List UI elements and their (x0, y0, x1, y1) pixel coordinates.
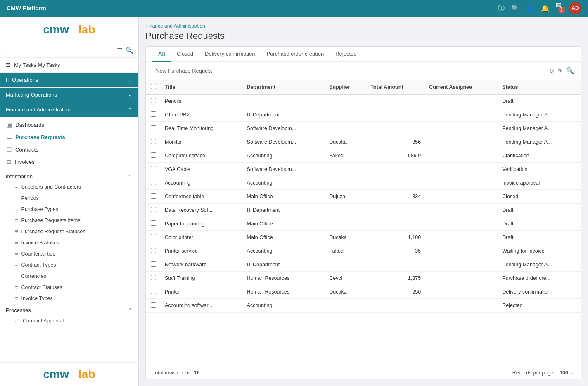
cell-assignee-0 (425, 95, 498, 108)
table-row[interactable]: Computer service Accounting Fakod 589.9 … (146, 149, 581, 163)
cell-status-1: Pending Manager A... (498, 108, 581, 122)
nav-group-mkt-ops-header[interactable]: Marketing Operations ⌄ (0, 88, 138, 102)
row-checkbox-11[interactable] (151, 248, 156, 253)
sidebar-back-icon[interactable]: ← (5, 47, 11, 54)
nav-group-it-ops: IT Operations ⌄ (0, 73, 138, 88)
cell-title-14: Printer (161, 285, 243, 299)
nav-item-purchase-requests[interactable]: ☰ Purchase Requests (0, 131, 138, 143)
cell-title-10: Color printer (161, 231, 243, 244)
cell-status-5: Verification (498, 163, 581, 176)
cell-supplier-7: Dujuza (325, 190, 366, 204)
table-row[interactable]: Pencils Draft (146, 95, 581, 108)
table-row[interactable]: Printer Human Resources Ducaka 250 Deliv… (146, 285, 581, 299)
users-icon[interactable]: 👤 (526, 5, 534, 12)
cell-assignee-10 (425, 231, 498, 244)
row-checkbox-14[interactable] (151, 289, 156, 294)
row-checkbox-10[interactable] (151, 234, 156, 239)
edit-icon[interactable]: ✎ (557, 67, 563, 75)
cell-department-9: Main Office (243, 217, 325, 231)
cell-assignee-6 (425, 176, 498, 190)
dashboards-icon: ▣ (7, 121, 12, 128)
nav-item-suppliers[interactable]: ≡ Suppliers and Contractors (0, 181, 138, 192)
table-row[interactable]: Printer service Accounting Fakod 35 Wait… (146, 244, 581, 258)
avatar[interactable]: AD (569, 2, 581, 14)
cell-status-12: Pending Manager A... (498, 258, 581, 272)
table-body: Pencils Draft Office PBX IT Department P… (146, 95, 581, 313)
table-row[interactable]: Color printer Main Office Ducaka 1,100 D… (146, 231, 581, 244)
table-row[interactable]: Accounting Accounting Invoice approval (146, 176, 581, 190)
table-row[interactable]: Accounting softwar... Accounting Rejecte… (146, 299, 581, 313)
cell-status-2: Pending Manager A... (498, 122, 581, 135)
nav-item-purchase-request-statuses[interactable]: ≡ Purchase Request Statuses (0, 226, 138, 237)
tab-po-creation[interactable]: Purchase order creation (261, 47, 330, 62)
nav-item-purchase-requests-items[interactable]: ≡ Purchase Requests Items (0, 215, 138, 226)
logo-lab: lab (78, 23, 95, 36)
select-all-checkbox[interactable] (151, 84, 156, 89)
suppliers-icon: ≡ (15, 184, 18, 190)
row-checkbox-12[interactable] (151, 261, 156, 267)
sidebar-search-icon[interactable]: 🔍 (126, 47, 133, 54)
row-checkbox-6[interactable] (151, 180, 156, 185)
cell-department-14: Human Resources (243, 285, 325, 299)
nav-group-fin-admin-header[interactable]: Finance and Administration ⌃ (0, 102, 138, 117)
records-per-page[interactable]: Records per page: 100 ⌄ (512, 369, 574, 376)
row-checkbox-4[interactable] (151, 152, 156, 158)
row-checkbox-5[interactable] (151, 166, 156, 171)
table-row[interactable]: Real Time Monitoring Software Developm..… (146, 122, 581, 135)
my-tasks-item[interactable]: ☰ My Tasks My Tasks (0, 58, 138, 73)
nav-item-invoices[interactable]: ⊟ Invoices (0, 156, 138, 168)
processes-section-header[interactable]: Processes ⌃ (0, 304, 138, 315)
sidebar-menu-icon[interactable]: ☰ (117, 47, 122, 54)
new-purchase-request-button[interactable]: New Purchase Request (152, 66, 216, 76)
nav-item-contract-approval[interactable]: ⇌ Contract Approval (0, 315, 138, 326)
table-row[interactable]: Office PBX IT Department Pending Manager… (146, 108, 581, 122)
total-rows-count: 16 (194, 370, 200, 376)
col-total-amount: Total Amount (366, 80, 425, 95)
it-icon: ≡ (15, 295, 18, 301)
cell-total-amount-6 (366, 176, 425, 190)
tab-rejected[interactable]: Rejected (330, 47, 362, 62)
nav-item-invoice-statuses[interactable]: ≡ Invoice Statuses (0, 237, 138, 248)
tab-closed[interactable]: Closed (171, 47, 199, 62)
row-checkbox-3[interactable] (151, 139, 156, 144)
cell-total-amount-3: 356 (366, 135, 425, 149)
cell-total-amount-15 (366, 299, 425, 313)
table-row[interactable]: Staff Training Human Resources Cevci 1,3… (146, 272, 581, 285)
row-checkbox-15[interactable] (151, 302, 156, 308)
help-icon[interactable]: ⓘ (498, 4, 505, 13)
row-checkbox-8[interactable] (151, 207, 156, 212)
nav-item-contract-statuses[interactable]: ≡ Contract Statuses (0, 282, 138, 293)
nav-item-contracts[interactable]: ☐ Contracts (0, 143, 138, 156)
table-search-icon[interactable]: 🔍 (566, 67, 574, 75)
nav-item-contract-types[interactable]: ≡ Contract Types (0, 259, 138, 270)
nav-item-periods[interactable]: ≡ Periods (0, 192, 138, 204)
nav-group-mkt-ops: Marketing Operations ⌄ (0, 88, 138, 102)
search-icon[interactable]: 🔍 (511, 5, 519, 12)
col-department: Department (243, 80, 325, 95)
row-checkbox-0[interactable] (151, 98, 156, 103)
cell-assignee-8 (425, 204, 498, 217)
row-checkbox-13[interactable] (151, 275, 156, 280)
row-checkbox-2[interactable] (151, 125, 156, 130)
table-row[interactable]: Paper for printing Main Office Draft (146, 217, 581, 231)
row-checkbox-7[interactable] (151, 193, 156, 199)
messages-icon[interactable]: ✉ 1 (556, 1, 562, 16)
table-row[interactable]: Conference table Main Office Dujuza 334 … (146, 190, 581, 204)
table-row[interactable]: Data Recovery Soft... IT Department Draf… (146, 204, 581, 217)
nav-item-dashboards[interactable]: ▣ Dashboards (0, 118, 138, 131)
notifications-icon[interactable]: 🔔 (541, 5, 549, 12)
nav-item-currencies[interactable]: ≡ Currencies (0, 270, 138, 282)
information-section-header[interactable]: Information ⌃ (0, 170, 138, 181)
nav-group-it-ops-header[interactable]: IT Operations ⌄ (0, 73, 138, 87)
refresh-icon[interactable]: ↻ (549, 67, 554, 75)
table-row[interactable]: Network hardware IT Department Pending M… (146, 258, 581, 272)
row-checkbox-1[interactable] (151, 111, 156, 117)
nav-item-invoice-types[interactable]: ≡ Invoice Types (0, 293, 138, 304)
nav-item-purchase-types[interactable]: ≡ Purchase Types (0, 204, 138, 215)
tab-delivery[interactable]: Delivery confirmation (199, 47, 261, 62)
nav-item-counterparties[interactable]: ≡ Counterparties (0, 248, 138, 259)
table-row[interactable]: VGA Cable Software Developm... Verificat… (146, 163, 581, 176)
table-row[interactable]: Monitor Software Developm... Ducaka 356 … (146, 135, 581, 149)
row-checkbox-9[interactable] (151, 220, 156, 226)
tab-all[interactable]: All (152, 47, 171, 62)
